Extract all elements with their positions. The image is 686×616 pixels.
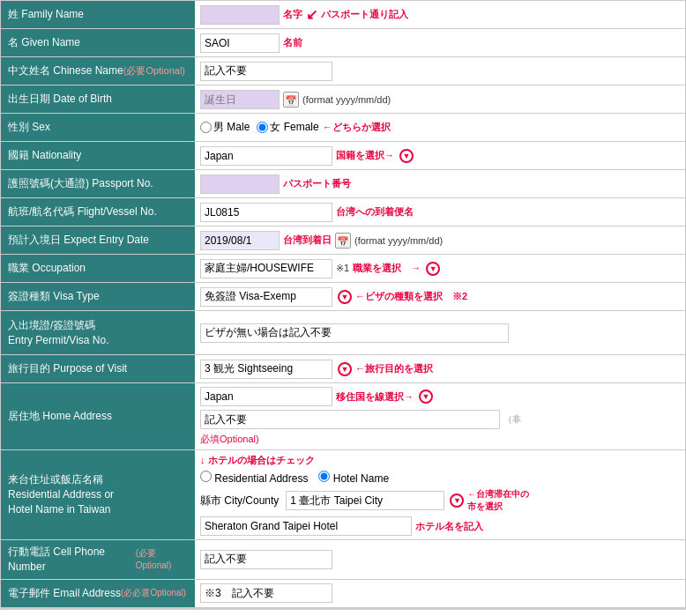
row-entry-date: 預計入境日 Expect Entry Date 台湾到着日 📅 (format … (1, 226, 685, 255)
residential-label[interactable]: Residential Address (200, 471, 308, 485)
sex-female-label[interactable]: 女 Female (257, 120, 318, 135)
nationality-dropdown-icon[interactable]: ▼ (399, 149, 414, 163)
non-required-label: （非 (503, 413, 521, 426)
row-occupation: 職業 Occupation ※1 職業を選択 → ▼ (1, 255, 685, 283)
annotation-nationality: 国籍を選択→ (336, 149, 394, 162)
annotation-hotel-check: ↓ ホテルの場合はチェック (200, 454, 315, 467)
city-label: 縣市 City/County (200, 494, 279, 508)
family-name-input[interactable] (200, 5, 280, 25)
input-cell-given-name: 名前 (195, 29, 685, 56)
row-dob: 出生日期 Date of Birth 📅 (format yyyy/mm/dd) (1, 85, 685, 114)
nationality-input[interactable] (200, 146, 332, 166)
label-given-name: 名 Given Name (1, 29, 195, 56)
hotel-name-label[interactable]: Hotel Name (318, 471, 389, 485)
input-cell-passport: パスポート番号 (195, 170, 685, 197)
cell-phone-input[interactable] (200, 550, 332, 569)
label-flight: 航班/航名代碼 Flight/Vessel No. (1, 198, 195, 226)
row-chinese-name: 中文姓名 Chinese Name(必要Optional) (1, 57, 685, 85)
input-cell-purpose: ▼ ←旅行目的を選択 (195, 355, 685, 382)
label-entry-date: 預計入境日 Expect Entry Date (1, 226, 195, 254)
label-occupation: 職業 Occupation (1, 255, 195, 282)
label-home-address: 居住地 Home Address (1, 383, 195, 449)
input-cell-hotel: ↓ ホテルの場合はチェック Residential Address Hotel … (195, 450, 685, 539)
chinese-name-input[interactable] (200, 62, 332, 81)
row-cell-phone: 行動電話 Cell Phone Number(必要Optional) (1, 540, 685, 580)
hotel-radio-row: Residential Address Hotel Name (200, 471, 680, 485)
annotation-occupation: 職業を選択 → (353, 262, 421, 275)
input-cell-occupation: ※1 職業を選択 → ▼ (195, 255, 685, 282)
sex-radio-group: 男 Male 女 Female (200, 120, 319, 135)
row-visa-type: 簽證種類 Visa Type ▼ ←ビザの種類を選択 ※2 (1, 283, 685, 311)
home-address-row1: 移住国を線選択→ ▼ (200, 387, 680, 406)
label-dob: 出生日期 Date of Birth (1, 85, 195, 113)
row-hotel: 来台住址或飯店名稱 Residential Address or Hotel N… (1, 450, 685, 540)
row-sex: 性別 Sex 男 Male 女 Female ←どちらか選択 (1, 114, 685, 142)
label-visa-type: 簽證種類 Visa Type (1, 283, 195, 310)
input-cell-chinese-name (195, 57, 685, 85)
label-email: 電子郵件 Email Address(必必選Optional) (1, 580, 195, 607)
annotation-given-name: 名前 (283, 36, 302, 49)
arrow-icon: ↙ (306, 6, 317, 23)
visa-no-input[interactable] (200, 323, 509, 343)
calendar-icon-dob[interactable]: 📅 (283, 92, 299, 108)
row-nationality: 國籍 Nationality 国籍を選択→ ▼ (1, 142, 685, 170)
row-passport: 護照號碼(大通證) Passport No. パスポート番号 (1, 170, 685, 198)
optional-label: 必填Optional) (200, 433, 259, 446)
entry-date-input[interactable] (200, 231, 280, 250)
row-purpose: 旅行目的 Purpose of Visit ▼ ←旅行目的を選択 (1, 355, 685, 383)
sex-male-radio[interactable] (200, 122, 212, 133)
visa-dropdown-icon[interactable]: ▼ (338, 290, 352, 304)
sex-female-radio[interactable] (257, 122, 268, 133)
annotation-family-name: 名字 (283, 8, 302, 21)
label-hotel: 来台住址或飯店名稱 Residential Address or Hotel N… (1, 450, 195, 539)
sex-male-label[interactable]: 男 Male (200, 120, 250, 135)
hotel-name-input[interactable] (200, 516, 412, 536)
annotation-entry-date: 台湾到着日 (283, 234, 332, 247)
city-input[interactable] (286, 491, 444, 510)
label-sex: 性別 Sex (1, 114, 195, 141)
flight-input[interactable] (200, 203, 332, 222)
occupation-dropdown-icon[interactable]: ▼ (426, 262, 440, 276)
visa-type-input[interactable] (200, 287, 332, 307)
row-email: 電子郵件 Email Address(必必選Optional) (1, 580, 685, 608)
occupation-input[interactable] (200, 259, 332, 278)
label-chinese-name: 中文姓名 Chinese Name(必要Optional) (1, 57, 195, 85)
input-cell-entry-date: 台湾到着日 📅 (format yyyy/mm/dd) (195, 226, 685, 254)
home-country-dropdown-icon[interactable]: ▼ (419, 390, 433, 404)
input-cell-visa-no (195, 311, 685, 354)
row-home-address: 居住地 Home Address 移住国を線選択→ ▼ （非 必填Optiona… (1, 383, 685, 450)
email-input[interactable] (200, 583, 332, 603)
input-cell-dob: 📅 (format yyyy/mm/dd) (195, 85, 685, 113)
bottom-bar: Confirm Cancel (0, 609, 686, 616)
home-address-detail-input[interactable] (200, 410, 500, 429)
given-name-input[interactable] (200, 33, 280, 53)
input-cell-cell-phone (195, 540, 685, 579)
annotation-visa-type: ←ビザの種類を選択 ※2 (355, 290, 467, 303)
passport-input[interactable] (200, 174, 280, 194)
home-address-country-input[interactable] (200, 387, 332, 406)
input-cell-visa-type: ▼ ←ビザの種類を選択 ※2 (195, 283, 685, 310)
input-cell-nationality: 国籍を選択→ ▼ (195, 142, 685, 169)
hotel-annotation-row: ↓ ホテルの場合はチェック (200, 454, 680, 467)
label-family-name: 姓 Family Name (1, 1, 195, 28)
label-cell-phone: 行動電話 Cell Phone Number(必要Optional) (1, 540, 195, 579)
annotation-passport-no: パスポート番号 (283, 177, 351, 190)
purpose-dropdown-icon[interactable]: ▼ (338, 362, 352, 376)
input-cell-sex: 男 Male 女 Female ←どちらか選択 (195, 114, 685, 141)
hotel-city-row: 縣市 City/County ▼ ←台湾滞在中の 市を選択 (200, 488, 680, 513)
hotel-radio[interactable] (318, 471, 330, 482)
row-family-name: 姓 Family Name 名字 ↙ パスポート通り記入 (1, 1, 685, 29)
row-flight: 航班/航名代碼 Flight/Vessel No. 台湾への到着便名 (1, 198, 685, 226)
calendar-icon-entry[interactable]: 📅 (335, 233, 351, 249)
annotation-home-address: 移住国を線選択→ (336, 390, 414, 404)
annotation-sex: ←どちらか選択 (323, 121, 391, 134)
occupation-note: ※1 (336, 263, 349, 274)
entry-date-format: (format yyyy/mm/dd) (354, 235, 443, 246)
residential-radio[interactable] (200, 471, 212, 482)
input-cell-family-name: 名字 ↙ パスポート通り記入 (195, 1, 685, 28)
label-nationality: 國籍 Nationality (1, 142, 195, 169)
dob-input[interactable] (200, 90, 280, 109)
city-dropdown-icon[interactable]: ▼ (450, 494, 464, 508)
purpose-input[interactable] (200, 360, 332, 379)
row-visa-no: 入出境證/簽證號碼Entry Permit/Visa No. (1, 311, 685, 355)
